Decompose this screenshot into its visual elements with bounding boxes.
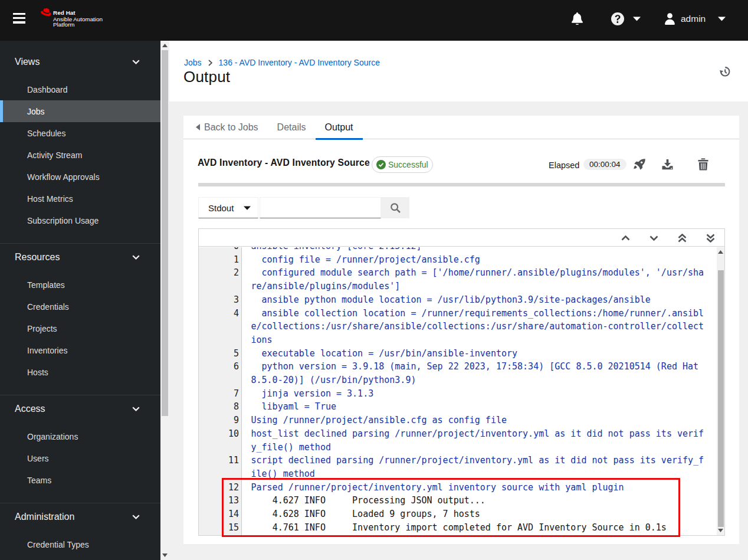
search-button[interactable] <box>381 197 409 218</box>
log-line-number: 10 <box>199 427 239 454</box>
sidebar-item-schedules[interactable]: Schedules <box>0 122 160 144</box>
sidebar-item-users[interactable]: Users <box>0 447 160 469</box>
output-toolbar <box>199 229 724 247</box>
sidebar-item-jobs[interactable]: Jobs <box>0 100 160 122</box>
nav-section-label: Resources <box>15 252 60 263</box>
caret-down-icon <box>633 17 641 21</box>
masthead: Red Hat Ansible Automation Platform admi… <box>0 0 748 41</box>
log-line-text: ansible python module location = /usr/li… <box>251 293 704 307</box>
user-menu-button[interactable]: admin <box>665 0 726 37</box>
chevron-down-icon <box>132 60 140 64</box>
log-line-text: libyaml = True <box>251 400 704 414</box>
log-line-text: python version = 3.9.18 (main, Sep 22 20… <box>251 360 704 387</box>
scroll-next-button[interactable] <box>647 229 661 247</box>
tab-details[interactable]: Details <box>268 116 316 139</box>
sidebar-item-inventories[interactable]: Inventories <box>0 339 160 361</box>
sidebar-item-credentials[interactable]: Credentials <box>0 296 160 317</box>
breadcrumb: Jobs 136 - AVD Inventory - AVD Inventory… <box>184 58 380 67</box>
user-icon <box>665 13 675 25</box>
sidebar-item-projects[interactable]: Projects <box>0 317 160 339</box>
sidebar-item-host-metrics[interactable]: Host Metrics <box>0 188 160 209</box>
scroll-down-arrow-icon[interactable] <box>160 551 169 560</box>
sidebar-nav: ViewsDashboardJobsSchedulesActivity Stre… <box>0 41 160 560</box>
sidebar-item-organizations[interactable]: Organizations <box>0 425 160 447</box>
status-badge[interactable]: Successful <box>372 156 433 173</box>
chevron-up-icon <box>621 235 630 241</box>
rocket-icon <box>633 158 646 171</box>
breadcrumb-current-link[interactable]: 136 - AVD Inventory - AVD Inventory Sour… <box>219 58 380 67</box>
output-log[interactable]: 0ansible-inventory [core 2.15.12]1 confi… <box>199 247 724 535</box>
log-line-number: 7 <box>199 387 239 401</box>
history-button[interactable] <box>719 66 731 77</box>
sidebar-scrollbar[interactable] <box>160 41 169 560</box>
log-line-9: 9Using /runner/project/ansible.cfg as co… <box>199 414 724 427</box>
main-content: Jobs 136 - AVD Inventory - AVD Inventory… <box>169 41 748 560</box>
sidebar-item-hosts[interactable]: Hosts <box>0 361 160 383</box>
log-line-text: Parsed /runner/project/inventory.yml inv… <box>251 481 704 494</box>
sidebar-scrollbar-thumb[interactable] <box>162 50 168 416</box>
breadcrumb-jobs-link[interactable]: Jobs <box>184 58 202 67</box>
tab-output[interactable]: Output <box>316 116 363 139</box>
output-scrollbar-thumb[interactable] <box>718 270 724 527</box>
job-output-card: Back to Jobs Details Output AVD Inventor… <box>183 116 739 544</box>
sidebar-item-dashboard[interactable]: Dashboard <box>0 78 160 100</box>
delete-button[interactable] <box>698 158 711 171</box>
scroll-up-arrow-icon[interactable] <box>160 41 169 50</box>
nav-section-title-access[interactable]: Access <box>0 398 160 420</box>
scroll-up-arrow-icon[interactable] <box>717 247 724 256</box>
log-line-text: 4.627 INFO Processing JSON output... <box>251 494 704 507</box>
log-line-number: 14 <box>199 507 239 521</box>
output-scrollbar[interactable] <box>717 247 724 535</box>
search-input[interactable] <box>260 197 381 218</box>
log-line-text: script declined parsing /runner/project/… <box>251 454 704 480</box>
download-button[interactable] <box>661 158 674 171</box>
sidebar-item-credential-types[interactable]: Credential Types <box>0 533 160 555</box>
log-line-number: 9 <box>199 414 239 427</box>
log-line-8: 8 libyaml = True <box>199 400 724 414</box>
nav-section-title-resources[interactable]: Resources <box>0 246 160 268</box>
log-line-text: ansible-inventory [core 2.15.12] <box>251 247 704 253</box>
chevron-down-icon <box>649 235 658 241</box>
job-progress-bar <box>198 183 725 186</box>
scroll-last-button[interactable] <box>703 229 717 247</box>
sidebar-item-workflow-approvals[interactable]: Workflow Approvals <box>0 166 160 188</box>
stdout-select[interactable]: Stdout <box>198 197 258 218</box>
search-icon <box>390 202 401 214</box>
elapsed-label: Elapsed <box>549 161 579 170</box>
bell-icon <box>572 12 583 25</box>
nav-section-title-administration[interactable]: Administration <box>0 506 160 528</box>
scroll-previous-button[interactable] <box>618 229 632 247</box>
help-menu-button[interactable] <box>611 0 641 37</box>
log-line-number: 12 <box>199 481 239 494</box>
page-header: Jobs 136 - AVD Inventory - AVD Inventory… <box>169 41 748 101</box>
job-name: AVD Inventory - AVD Inventory Source <box>198 158 370 168</box>
log-line-number: 2 <box>199 266 239 293</box>
nav-section-title-views[interactable]: Views <box>0 51 160 73</box>
notifications-button[interactable] <box>572 0 583 37</box>
sidebar-item-teams[interactable]: Teams <box>0 469 160 491</box>
scroll-down-arrow-icon[interactable] <box>717 526 724 535</box>
log-line-text: Using /runner/project/ansible.cfg as con… <box>251 414 704 427</box>
brand-line1: Red Hat <box>53 10 103 15</box>
nav-toggle-button[interactable] <box>13 12 25 24</box>
brand-line3: Platform <box>53 22 103 27</box>
page-title: Output <box>183 68 230 86</box>
brand-logo: Red Hat Ansible Automation Platform <box>41 10 103 28</box>
log-line-number: 6 <box>199 360 239 387</box>
sidebar-item-subscription-usage[interactable]: Subscription Usage <box>0 209 160 231</box>
log-line-text: config file = /runner/project/ansible.cf… <box>251 253 704 267</box>
log-line-number: 1 <box>199 253 239 267</box>
nav-section-views: ViewsDashboardJobsSchedulesActivity Stre… <box>0 41 160 231</box>
log-line-3: 3 ansible python module location = /usr/… <box>199 293 724 307</box>
double-chevron-down-icon <box>706 234 715 243</box>
scroll-first-button[interactable] <box>675 229 689 247</box>
relaunch-button[interactable] <box>633 158 646 171</box>
log-line-number: 13 <box>199 494 239 507</box>
tab-back-to-jobs[interactable]: Back to Jobs <box>186 116 268 139</box>
log-line-14: 14 4.628 INFO Loaded 9 groups, 7 hosts <box>199 507 724 521</box>
nav-section-access: AccessOrganizationsUsersTeams <box>0 395 160 492</box>
caret-down-icon <box>244 206 251 210</box>
log-line-0: 0ansible-inventory [core 2.15.12] <box>199 247 724 253</box>
sidebar-item-activity-stream[interactable]: Activity Stream <box>0 144 160 166</box>
sidebar-item-templates[interactable]: Templates <box>0 274 160 296</box>
